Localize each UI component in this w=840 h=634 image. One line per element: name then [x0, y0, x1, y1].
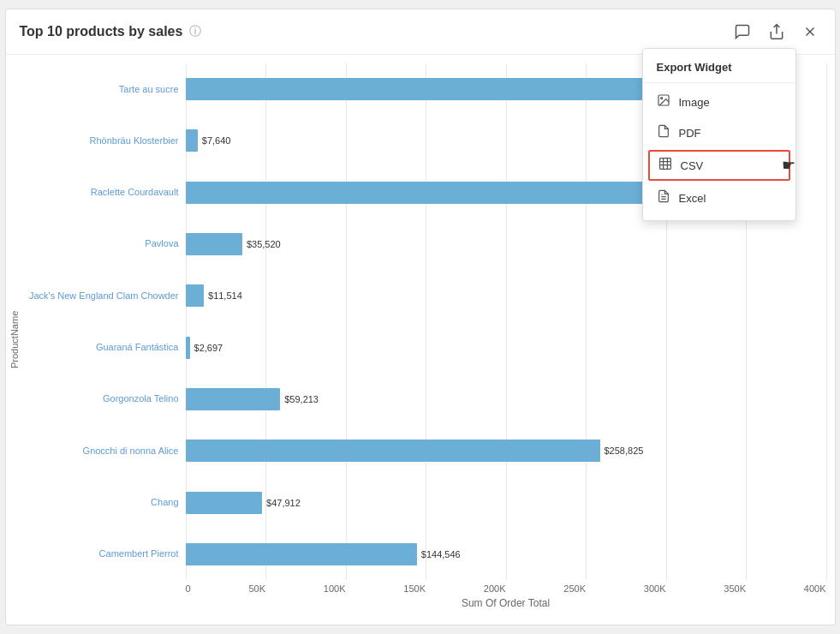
bar	[186, 233, 242, 255]
csv-icon	[658, 157, 672, 174]
export-menu-item-csv[interactable]: CSV☛	[648, 150, 790, 181]
bar-row: $35,520	[186, 230, 826, 258]
export-item-label: Excel	[679, 192, 706, 205]
bar-value: $7,640	[202, 135, 231, 146]
product-label: Camembert Pierrot	[23, 548, 179, 559]
info-icon[interactable]: ⓘ	[189, 24, 201, 39]
export-dropdown-title: Export Widget	[643, 56, 795, 83]
bar	[186, 337, 190, 359]
comment-button[interactable]	[730, 20, 754, 44]
bar-value: $2,697	[194, 343, 223, 353]
bar-value: $59,213	[284, 394, 319, 404]
x-tick: 400K	[804, 583, 826, 594]
cursor-icon: ☛	[782, 156, 795, 175]
bar	[186, 284, 205, 307]
x-axis: 050K100K150K200K250K300K350K400K	[23, 583, 826, 594]
x-axis-label: Sum Of Order Total	[186, 594, 826, 616]
product-label: Pavlova	[23, 238, 179, 249]
bar-row: $144,546	[186, 541, 826, 568]
product-labels: Tarte au sucreRhönbräu KlosterbierRaclet…	[23, 63, 186, 580]
x-tick: 250K	[563, 583, 586, 594]
product-label: Raclette Courdavault	[23, 187, 179, 198]
x-tick: 100K	[324, 583, 346, 594]
widget-title: Top 10 products by sales	[20, 24, 183, 39]
bar-row: $11,514	[186, 282, 826, 309]
bar-value: $47,912	[266, 498, 301, 508]
bar	[186, 492, 263, 514]
bar	[186, 440, 600, 462]
x-tick: 50K	[248, 583, 265, 594]
x-tick: 150K	[403, 583, 426, 594]
bar-row: $47,912	[186, 489, 826, 517]
export-button[interactable]	[765, 20, 789, 44]
export-item-label: CSV	[681, 159, 704, 172]
product-label: Tarte au sucre	[23, 84, 179, 95]
bar	[186, 78, 698, 100]
excel-icon	[657, 189, 670, 206]
widget-title-area: Top 10 products by sales ⓘ	[20, 24, 202, 39]
svg-rect-5	[659, 158, 670, 170]
header-actions	[730, 20, 821, 44]
x-tick: 300K	[644, 583, 666, 594]
product-label: Jack's New England Clam Chowder	[23, 290, 179, 302]
bar-value: $144,546	[421, 549, 461, 559]
image-icon	[657, 93, 670, 111]
product-label: Guaraná Fantástica	[23, 342, 179, 353]
x-tick: 350K	[724, 583, 746, 594]
bar-value: $11,514	[208, 290, 242, 301]
bar-value: $35,520	[247, 239, 281, 249]
bar-row: $258,825	[186, 437, 826, 464]
bar-row: $2,697	[186, 334, 826, 362]
product-label: Rhönbräu Klosterbier	[23, 135, 179, 147]
bar-row: $59,213	[186, 386, 826, 413]
product-label: Gnocchi di nonna Alice	[23, 446, 179, 457]
bar	[186, 182, 674, 204]
pdf-icon	[657, 124, 670, 141]
svg-point-4	[660, 98, 662, 99]
product-label: Gorgonzola Telino	[23, 393, 179, 404]
export-menu-item-pdf[interactable]: PDF	[643, 117, 795, 148]
bar-value: $258,825	[605, 446, 644, 456]
export-menu-item-excel[interactable]: Excel	[643, 182, 795, 213]
product-label: Chang	[23, 497, 179, 508]
x-tick: 200K	[484, 583, 506, 594]
x-tick: 0	[186, 583, 191, 594]
bar	[186, 129, 198, 152]
widget-container: Top 10 products by sales ⓘ	[5, 9, 836, 625]
export-dropdown: Export Widget ImagePDFCSV☛Excel	[642, 48, 796, 221]
y-axis-label: ProductName	[6, 63, 23, 616]
export-menu-item-image[interactable]: Image	[643, 87, 795, 117]
export-item-label: PDF	[679, 127, 701, 140]
export-item-label: Image	[679, 96, 710, 109]
close-button[interactable]	[799, 21, 821, 43]
bar	[186, 388, 281, 410]
bar	[186, 543, 417, 565]
